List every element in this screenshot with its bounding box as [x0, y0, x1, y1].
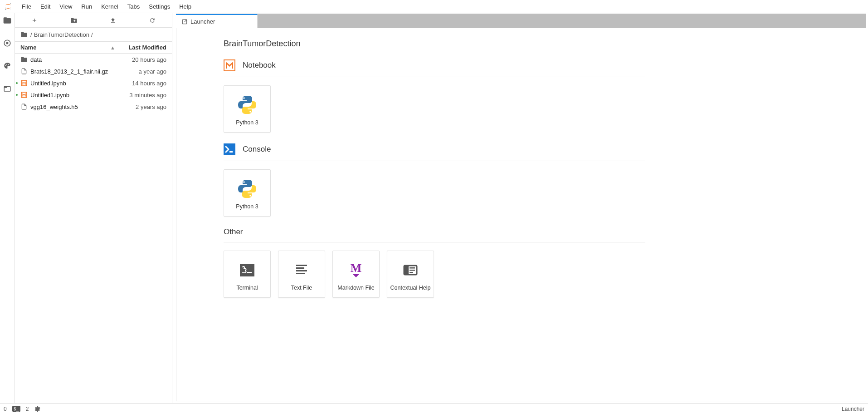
- svg-point-18: [249, 195, 251, 197]
- card-label: Python 3: [236, 203, 258, 210]
- running-dot-icon: [16, 82, 18, 84]
- file-row[interactable]: Untitled.ipynb14 hours ago: [15, 77, 172, 89]
- running-dot-icon: [16, 94, 18, 96]
- menu-kernel[interactable]: Kernel: [97, 0, 123, 13]
- svg-point-0: [10, 3, 11, 4]
- sort-caret-up-icon[interactable]: ▲: [110, 45, 115, 50]
- palette-icon[interactable]: [3, 61, 12, 70]
- breadcrumb-segment[interactable]: BrainTumorDetection: [34, 31, 89, 38]
- svg-point-13: [243, 97, 245, 99]
- breadcrumb-root[interactable]: /: [30, 31, 32, 38]
- package-count[interactable]: 0: [4, 406, 7, 412]
- terminal-status-icon[interactable]: $_: [12, 406, 20, 412]
- upload-button[interactable]: [104, 17, 122, 24]
- tab-label: Launcher: [190, 18, 215, 25]
- settings-icon[interactable]: [34, 406, 40, 412]
- file-modified: 20 hours ago: [117, 56, 166, 63]
- svg-rect-21: [296, 265, 307, 266]
- launcher-cwd-title: BrainTumorDetection: [224, 39, 866, 49]
- breadcrumb: / BrainTumorDetection /: [15, 28, 172, 41]
- svg-rect-15: [224, 143, 235, 155]
- running-icon[interactable]: [3, 39, 12, 48]
- svg-rect-29: [410, 270, 415, 271]
- section-title: Other: [224, 227, 645, 242]
- card-label: Terminal: [236, 285, 258, 291]
- card-label: Markdown File: [337, 285, 374, 291]
- section-title: Console: [243, 145, 271, 154]
- svg-rect-28: [410, 267, 415, 269]
- launcher-panel: BrainTumorDetection Notebook Python 3: [176, 28, 866, 401]
- file-modified: 14 hours ago: [117, 80, 166, 87]
- menu-edit[interactable]: Edit: [36, 0, 55, 13]
- file-name: vgg16_weights.h5: [30, 104, 117, 110]
- menu-run[interactable]: Run: [77, 0, 97, 13]
- file-row[interactable]: data20 hours ago: [15, 54, 172, 65]
- menu-view[interactable]: View: [55, 0, 77, 13]
- file-icon: [20, 68, 28, 74]
- tabs-icon[interactable]: [3, 84, 12, 93]
- svg-point-2: [10, 9, 11, 9]
- card-label: Python 3: [236, 119, 258, 126]
- menu-settings[interactable]: Settings: [144, 0, 175, 13]
- file-row[interactable]: Brats18_2013_2_1_flair.nii.gza year ago: [15, 65, 172, 77]
- tab-launcher[interactable]: Launcher: [176, 14, 258, 28]
- svg-rect-24: [296, 273, 305, 274]
- tab-bar: Launcher: [176, 14, 866, 28]
- markdown-icon: M: [343, 257, 369, 283]
- refresh-button[interactable]: [143, 17, 161, 24]
- new-folder-button[interactable]: [65, 17, 83, 24]
- svg-rect-30: [410, 272, 413, 273]
- card-label: Text File: [291, 285, 312, 291]
- menu-file[interactable]: File: [17, 0, 36, 13]
- launcher-card-python-3[interactable]: Python 3: [224, 169, 271, 217]
- launcher-card-python-3[interactable]: Python 3: [224, 85, 271, 133]
- main-area: Launcher BrainTumorDetection Notebook Py…: [172, 13, 868, 403]
- launcher-card-contextual-help[interactable]: Contextual Help: [387, 251, 434, 298]
- svg-point-1: [5, 9, 6, 10]
- menu-bar: FileEditViewRunKernelTabsSettingsHelp: [0, 0, 868, 13]
- header-name[interactable]: Name: [20, 44, 117, 51]
- menu-tabs[interactable]: Tabs: [123, 0, 144, 13]
- launcher-card-text-file[interactable]: Text File: [278, 251, 325, 298]
- terminal-count[interactable]: 2: [26, 406, 29, 412]
- svg-point-7: [8, 64, 9, 65]
- svg-point-14: [249, 111, 251, 113]
- file-browser: / BrainTumorDetection / Name ▲ Last Modi…: [15, 13, 172, 403]
- svg-rect-19: [240, 264, 254, 276]
- file-row[interactable]: Untitled1.ipynb3 minutes ago: [15, 89, 172, 101]
- launcher-card-terminal[interactable]: Terminal: [224, 251, 271, 298]
- launcher-section-notebook: Notebook Python 3: [224, 59, 866, 133]
- svg-rect-22: [296, 267, 304, 269]
- breadcrumb-trail: /: [91, 31, 93, 38]
- folder-icon[interactable]: [20, 31, 28, 38]
- notebook-icon: [20, 92, 28, 98]
- activity-bar: [0, 13, 15, 403]
- file-modified: 2 years ago: [117, 104, 166, 110]
- card-label: Contextual Help: [390, 285, 431, 291]
- file-list-header: Name ▲ Last Modified: [15, 41, 172, 54]
- file-browser-toolbar: [15, 13, 172, 28]
- launcher-icon: [181, 19, 188, 25]
- file-name: data: [30, 56, 117, 63]
- python-icon: [234, 176, 260, 202]
- folder-icon[interactable]: [3, 16, 12, 25]
- svg-point-6: [6, 64, 7, 65]
- python-icon: [234, 92, 260, 118]
- file-modified: 3 minutes ago: [117, 92, 166, 99]
- new-launcher-button[interactable]: [25, 17, 44, 24]
- file-name: Untitled.ipynb: [30, 80, 117, 87]
- svg-rect-20: [247, 272, 252, 273]
- file-row[interactable]: vgg16_weights.h52 years ago: [15, 101, 172, 113]
- menu-help[interactable]: Help: [175, 0, 196, 13]
- launcher-section-other: Other TerminalText FileMMarkdown FileCon…: [224, 227, 866, 298]
- file-list: data20 hours agoBrats18_2013_2_1_flair.n…: [15, 54, 172, 403]
- svg-text:M: M: [351, 261, 362, 275]
- header-modified[interactable]: Last Modified: [117, 44, 166, 51]
- launcher-card-markdown-file[interactable]: MMarkdown File: [332, 251, 380, 298]
- file-icon: [20, 104, 28, 110]
- textfile-icon: [289, 257, 314, 283]
- svg-rect-4: [6, 42, 9, 44]
- file-name: Untitled1.ipynb: [30, 92, 117, 99]
- section-title: Notebook: [243, 61, 276, 70]
- notebook-icon: [224, 59, 235, 71]
